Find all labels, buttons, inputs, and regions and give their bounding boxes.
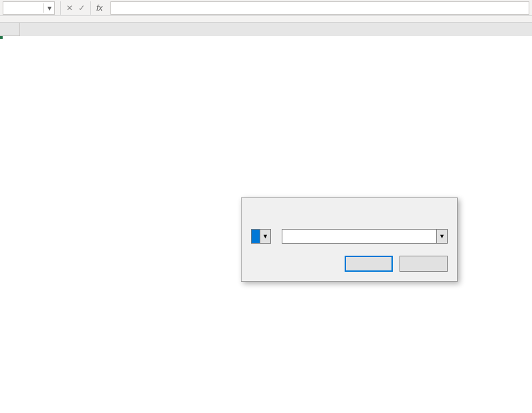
type-combo-value [252,230,260,243]
duplicate-values-dialog: ▼ ▼ [241,197,458,282]
name-box-input[interactable] [3,3,43,13]
name-box[interactable]: ▾ [3,1,55,15]
chevron-down-icon[interactable]: ▼ [260,230,270,243]
dialog-body: ▼ ▼ [242,218,457,281]
dialog-titlebar[interactable] [242,198,457,218]
column-headers [0,23,532,36]
selection-range [0,36,3,39]
format-combo-value [282,230,436,243]
formula-bar: ▾ ✕ ✓ fx [0,0,532,16]
cancel-icon[interactable]: ✕ [66,3,73,13]
type-combo[interactable]: ▼ [251,229,271,244]
name-box-dropdown-icon[interactable]: ▾ [43,3,54,13]
select-all-corner[interactable] [0,23,20,36]
fx-icon[interactable]: fx [90,1,108,15]
cancel-button[interactable] [400,256,448,272]
formula-icons: ✕ ✓ [60,1,90,15]
enter-icon[interactable]: ✓ [78,3,85,13]
chevron-down-icon[interactable]: ▼ [436,230,447,243]
ok-button[interactable] [345,256,393,272]
format-combo[interactable]: ▼ [282,229,448,244]
spacer-bar [0,16,532,23]
spreadsheet-grid [0,23,532,36]
formula-input[interactable] [110,1,529,15]
